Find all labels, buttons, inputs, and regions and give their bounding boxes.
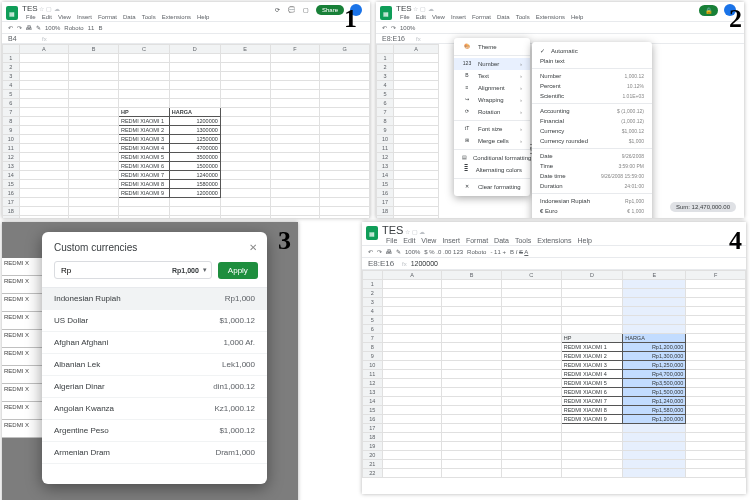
cell[interactable] <box>270 207 320 216</box>
cell[interactable] <box>118 54 169 63</box>
cell[interactable] <box>442 280 502 289</box>
cell[interactable] <box>686 334 746 343</box>
cell[interactable] <box>686 442 746 451</box>
cell[interactable] <box>502 406 562 415</box>
cell[interactable] <box>19 108 69 117</box>
cell[interactable] <box>270 144 320 153</box>
cell[interactable]: Rp3,500,000 <box>623 379 686 388</box>
cell[interactable] <box>382 397 442 406</box>
redo-icon[interactable]: ↷ <box>377 248 382 255</box>
cell[interactable] <box>686 469 746 478</box>
cell[interactable] <box>686 424 746 433</box>
row-header[interactable]: 10 <box>363 361 383 370</box>
cell[interactable]: REDMI XIAOMI 4 <box>118 144 169 153</box>
cell[interactable] <box>320 216 370 219</box>
cell[interactable] <box>320 144 370 153</box>
cell[interactable] <box>169 72 220 81</box>
cell[interactable] <box>118 90 169 99</box>
cell[interactable]: REDMI XIAOMI 9 <box>561 415 623 424</box>
row-header[interactable]: 21 <box>363 460 383 469</box>
cell[interactable] <box>502 397 562 406</box>
menu-insert[interactable]: Insert <box>442 237 460 244</box>
cell[interactable] <box>270 180 320 189</box>
cell[interactable] <box>270 171 320 180</box>
cell[interactable] <box>502 298 562 307</box>
comment-icon[interactable]: 💬 <box>288 6 296 14</box>
cell[interactable] <box>502 379 562 388</box>
paint-icon[interactable]: ✎ <box>396 248 401 255</box>
cell[interactable] <box>442 298 502 307</box>
row-header[interactable]: 3 <box>363 298 383 307</box>
cell[interactable] <box>382 424 442 433</box>
spreadsheet-grid[interactable]: ABCDEF1234567HPHARGA8REDMI XIAOMI 1Rp1,2… <box>362 270 746 478</box>
cell[interactable]: HARGA <box>623 334 686 343</box>
cell[interactable] <box>270 216 320 219</box>
doc-title[interactable]: TES <box>22 4 38 13</box>
cell[interactable] <box>502 433 562 442</box>
meet-icon[interactable]: ▢ <box>302 6 310 14</box>
cell[interactable] <box>19 90 69 99</box>
menu-data[interactable]: Data <box>497 14 510 20</box>
cell[interactable] <box>19 162 69 171</box>
cell[interactable] <box>382 460 442 469</box>
cell[interactable] <box>442 379 502 388</box>
formula-bar[interactable]: 1200000 <box>411 260 438 267</box>
cell[interactable] <box>502 460 562 469</box>
menu-help[interactable]: Help <box>571 14 583 20</box>
undo-icon[interactable]: ↶ <box>8 24 13 31</box>
cell[interactable] <box>270 63 320 72</box>
cell[interactable] <box>118 81 169 90</box>
cell[interactable]: 1250000 <box>169 135 220 144</box>
menu-view[interactable]: View <box>432 14 445 20</box>
cell[interactable] <box>270 99 320 108</box>
cell[interactable] <box>561 424 623 433</box>
cell[interactable] <box>442 415 502 424</box>
cell[interactable] <box>320 90 370 99</box>
cell[interactable] <box>320 108 370 117</box>
menu-edit[interactable]: Edit <box>403 237 415 244</box>
cell[interactable] <box>686 433 746 442</box>
cell[interactable] <box>220 135 270 144</box>
star-icon[interactable]: ☆ <box>39 6 44 12</box>
cell[interactable] <box>382 307 442 316</box>
cell[interactable] <box>69 99 119 108</box>
cell[interactable] <box>686 388 746 397</box>
cell[interactable] <box>686 298 746 307</box>
cell[interactable] <box>442 370 502 379</box>
cell[interactable] <box>220 171 270 180</box>
menu-extensions[interactable]: Extensions <box>536 14 565 20</box>
row-header[interactable]: 13 <box>363 388 383 397</box>
cell[interactable] <box>502 415 562 424</box>
cell[interactable]: REDMI XIAOMI 8 <box>118 180 169 189</box>
menu-edit[interactable]: Edit <box>42 14 52 20</box>
star-icon[interactable]: ☆ <box>405 229 410 235</box>
row-header[interactable]: 14 <box>363 397 383 406</box>
apply-button[interactable]: Apply <box>218 262 258 279</box>
cell[interactable] <box>220 180 270 189</box>
cell[interactable]: REDMI XIAOMI 3 <box>118 135 169 144</box>
menu-format[interactable]: Format <box>466 237 488 244</box>
cell[interactable]: HP <box>561 334 623 343</box>
print-icon[interactable]: 🖶 <box>386 249 392 255</box>
cell[interactable]: REDMI XIAOMI 6 <box>118 162 169 171</box>
cell[interactable] <box>270 117 320 126</box>
cell[interactable] <box>561 298 623 307</box>
cell[interactable] <box>561 442 623 451</box>
cell[interactable] <box>320 198 370 207</box>
cell[interactable] <box>220 198 270 207</box>
spreadsheet-grid[interactable]: A123456789101112131415161718192021222324 <box>376 44 439 218</box>
menu-item-date[interactable]: Date9/26/2008 <box>532 151 652 161</box>
cell[interactable] <box>382 343 442 352</box>
menu-help[interactable]: Help <box>197 14 209 20</box>
cell[interactable] <box>502 352 562 361</box>
menu-item-automatic[interactable]: ✓Automatic <box>532 45 652 56</box>
cell[interactable] <box>561 460 623 469</box>
share-button[interactable]: 🔒 <box>699 5 718 16</box>
cell[interactable] <box>220 72 270 81</box>
cell[interactable] <box>382 415 442 424</box>
cell[interactable] <box>169 54 220 63</box>
menu-item-rotation[interactable]: ⟳Rotation› <box>454 106 530 118</box>
cell[interactable] <box>502 334 562 343</box>
cell[interactable] <box>220 81 270 90</box>
cell[interactable]: REDMI XIAOMI 8 <box>561 406 623 415</box>
